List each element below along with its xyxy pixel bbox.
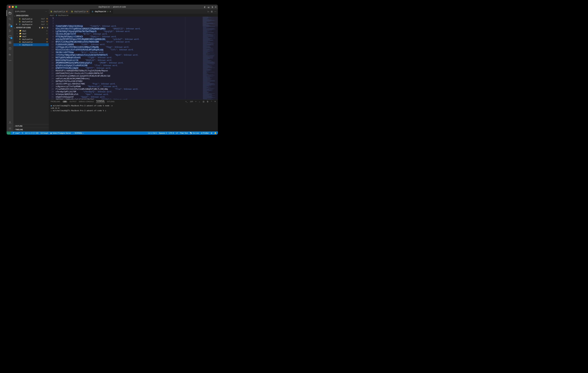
svg-point-0 — [9, 18, 10, 20]
sidebar-title: EXPLORER ⋯ — [13, 9, 49, 14]
vim-status: -- NORMAL -- — [73, 132, 84, 134]
folder-item[interactable]: ⌄📁day3 — [13, 35, 49, 38]
activity-bar: 8 1 .ENV — [7, 9, 13, 131]
editor-tab[interactable]: 🗎day3-part1.jsM — [49, 9, 69, 14]
open-editor-item[interactable]: ✕🗎day3Input.txtday3U — [13, 23, 49, 26]
editor-tab[interactable]: 🗎day3Input.txtU✕ — [90, 9, 113, 14]
sync-status[interactable]: ↻ — [22, 132, 23, 134]
new-file-icon[interactable]: 🗎 — [39, 27, 41, 29]
open-editor-item[interactable]: 🗎day3-part1.jsday3M — [13, 17, 49, 20]
panel-tab-problems[interactable]: PROBLEMS — [51, 101, 60, 103]
titlebar: day3Input.txt — advent-of-code ◧ ⬓ ◨ ⊞ — [7, 5, 218, 9]
folder-item[interactable]: ›📁day1 — [13, 29, 49, 32]
terminal-new-icon[interactable]: + — [195, 100, 196, 103]
panel: PROBLEMS 100 OUTPUT DEBUG CONSOLE TERMIN… — [49, 99, 218, 131]
editor: 1234567891011121314151617181920212223242… — [49, 17, 218, 99]
eol-status[interactable]: LF — [176, 132, 178, 134]
database-icon[interactable] — [7, 46, 13, 52]
panel-tab-output[interactable]: OUTPUT — [70, 101, 77, 103]
open-editors-header[interactable]: ⌄ OPEN EDITORS — [13, 14, 49, 17]
open-editor-item[interactable]: 🗎day3-part2.jsday3M — [13, 20, 49, 23]
layout-custom-icon[interactable]: ⊞ — [215, 6, 217, 8]
settings-icon[interactable] — [7, 125, 13, 131]
sidebar-more-icon[interactable]: ⋯ — [45, 10, 47, 13]
bell-icon[interactable]: 🔔 — [214, 132, 217, 134]
status-bar: main* ↻ ⊗0 ⚠0 ⓘ100 Git Graph ▤Select Pos… — [7, 131, 218, 135]
golive-status[interactable]: 📡Go Live — [190, 132, 199, 134]
svg-rect-5 — [9, 41, 10, 42]
timeline-header[interactable]: › TIMELINE — [13, 128, 49, 131]
outline-header[interactable]: › OUTLINE — [13, 124, 49, 128]
code-content[interactable]: fzmmmfwDWFzlQQqjCQjDGnqq "fzmmmfw": Unkn… — [56, 17, 202, 99]
branch-status[interactable]: main* — [13, 132, 20, 134]
docker-icon[interactable] — [7, 52, 13, 57]
panel-maximize-icon[interactable]: ^ — [211, 100, 212, 103]
layout-bottom-icon[interactable]: ⬓ — [208, 6, 210, 8]
search-icon[interactable] — [7, 16, 13, 22]
file-item[interactable]: 🗎day3-part1.jsM — [13, 38, 49, 41]
layout-left-icon[interactable]: ◧ — [204, 6, 206, 8]
remote-explorer-icon[interactable]: 1 — [7, 34, 13, 40]
file-item[interactable]: 🗎day3-part2.jsM — [13, 41, 49, 43]
remote-badge: 1 — [10, 37, 12, 39]
terminal-dropdown-icon[interactable]: ⌄ — [199, 100, 200, 103]
language-status[interactable]: Plain Text — [180, 132, 188, 134]
extensions-icon[interactable] — [7, 40, 13, 46]
gitgraph-status[interactable]: Git Graph — [41, 132, 48, 134]
problems-status[interactable]: ⊗0 ⚠0 ⓘ100 — [25, 132, 39, 134]
panel-tab-debug[interactable]: DEBUG CONSOLE — [79, 101, 94, 103]
breadcrumbs[interactable]: day3 › 🗎 day3Input.txt — [49, 14, 218, 17]
file-item[interactable]: 🗎day3Input.txtU — [13, 43, 49, 46]
svg-point-9 — [9, 47, 11, 48]
window-title: day3Input.txt — advent-of-code — [98, 6, 126, 8]
remote-indicator[interactable] — [7, 131, 11, 135]
indentation-status[interactable]: Spaces: 2 — [159, 132, 167, 134]
run-icon[interactable]: ▷ — [208, 10, 209, 13]
editor-tab[interactable]: 🗎day3-part2.jsM — [69, 9, 90, 14]
accounts-icon[interactable] — [7, 120, 13, 125]
terminal-shell-icon[interactable]: >_ — [185, 100, 188, 103]
line-numbers: 1234567891011121314151617181920212223242… — [49, 17, 56, 99]
terminal-content[interactable]: ● mitchellmudd@ITs-MacBook-Pro-3 advent-… — [49, 104, 218, 131]
svg-point-15 — [10, 128, 10, 129]
problems-count: 100 — [63, 101, 67, 103]
main: 🗎day3-part1.jsM🗎day3-part2.jsM🗎day3Input… — [49, 9, 218, 131]
workspace-header[interactable]: ⌄ ADVENT-OF-CODE 🗎 📁 ↻ ⊟ — [13, 26, 49, 29]
svg-point-1 — [9, 24, 10, 24]
svg-point-16 — [13, 132, 13, 133]
panel-tab-gitlens[interactable]: GITLENS — [107, 101, 115, 103]
svg-point-2 — [9, 25, 10, 26]
panel-close-icon[interactable]: ✕ — [214, 100, 216, 103]
svg-point-14 — [10, 121, 11, 123]
env-icon[interactable]: .ENV — [7, 57, 13, 63]
cursor-position[interactable]: Ln 1, Col 1 — [148, 132, 157, 134]
minimap[interactable] — [202, 17, 218, 99]
explorer-icon[interactable] — [7, 10, 13, 16]
vscode-window: day3Input.txt — advent-of-code ◧ ⬓ ◨ ⊞ 8 — [7, 5, 218, 135]
sidebar: EXPLORER ⋯ ⌄ OPEN EDITORS 🗎day3-part1.js… — [13, 9, 49, 131]
svg-rect-8 — [10, 43, 11, 44]
folder-item[interactable]: ›📁day2 — [13, 32, 49, 35]
svg-rect-7 — [9, 43, 10, 44]
svg-rect-6 — [10, 41, 11, 42]
encoding-status[interactable]: UTF-8 — [169, 132, 174, 134]
scm-icon[interactable]: 8 — [7, 22, 13, 28]
terminal-split-icon[interactable]: ▥ — [203, 100, 204, 103]
terminal-trash-icon[interactable]: 🗑 — [207, 100, 209, 103]
feedback-icon[interactable]: ⊕ — [211, 132, 212, 134]
new-folder-icon[interactable]: 📁 — [42, 27, 43, 29]
window-close[interactable] — [9, 6, 10, 8]
split-editor-icon[interactable]: ▥ — [211, 10, 213, 13]
prettier-status[interactable]: ⊘Prettier — [201, 132, 209, 134]
terminal-shell-label[interactable]: zsh — [190, 100, 193, 103]
window-minimize[interactable] — [12, 6, 14, 8]
layout-right-icon[interactable]: ◨ — [211, 6, 213, 8]
run-debug-icon[interactable] — [7, 28, 13, 34]
window-maximize[interactable] — [15, 6, 17, 8]
panel-tab-terminal[interactable]: TERMINAL — [96, 100, 105, 103]
tab-bar: 🗎day3-part1.jsM🗎day3-part2.jsM🗎day3Input… — [49, 9, 218, 14]
postgres-status[interactable]: ▤Select Postgres Server — [50, 132, 71, 134]
collapse-icon[interactable]: ⊟ — [47, 27, 48, 29]
more-editor-icon[interactable]: ⋯ — [214, 10, 216, 13]
refresh-icon[interactable]: ↻ — [44, 27, 46, 29]
